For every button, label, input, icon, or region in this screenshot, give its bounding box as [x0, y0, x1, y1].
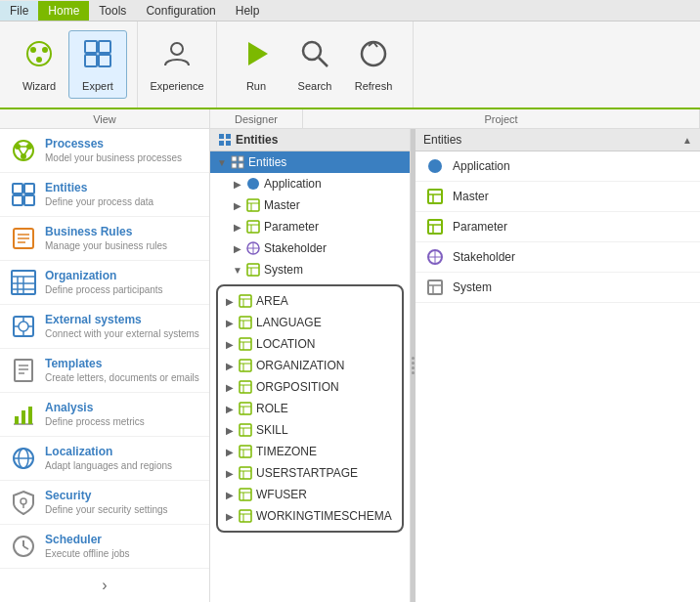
- tree-node-role[interactable]: ▶ ROLE: [222, 398, 398, 419]
- timezone-expand[interactable]: ▶: [222, 444, 238, 459]
- tree-node-location[interactable]: ▶ LOCATION: [222, 333, 398, 355]
- svg-rect-103: [240, 489, 251, 500]
- sidebar-item-processes[interactable]: Processes Model your business processes: [0, 129, 209, 173]
- expert-button[interactable]: Expert: [68, 30, 127, 99]
- tree-node-skill[interactable]: ▶ SKILL: [222, 419, 398, 441]
- tree-node-master[interactable]: ▶ Master: [210, 194, 410, 216]
- wfuser-expand[interactable]: ▶: [222, 487, 238, 502]
- master-expand[interactable]: ▶: [230, 197, 245, 213]
- application-node-icon: [245, 176, 261, 192]
- business-rules-icon: [10, 225, 37, 252]
- role-node-label: ROLE: [256, 402, 288, 415]
- timezone-node-icon: [238, 444, 253, 459]
- search-button[interactable]: Search: [285, 30, 344, 99]
- svg-rect-113: [428, 220, 442, 234]
- userstartpage-expand[interactable]: ▶: [222, 465, 238, 481]
- tree-node-application[interactable]: ▶ Application: [210, 173, 410, 194]
- experience-button[interactable]: Experience: [148, 30, 206, 99]
- organization-title: Organization: [45, 269, 163, 282]
- entities-expand[interactable]: ▼: [214, 154, 230, 170]
- sidebar-item-templates[interactable]: Templates Create letters, documents or e…: [0, 349, 209, 393]
- localization-icon: [10, 445, 37, 472]
- business-rules-desc: Manage your business rules: [45, 240, 167, 251]
- right-item-system[interactable]: System: [416, 273, 700, 303]
- location-expand[interactable]: ▶: [222, 336, 238, 352]
- search-icon: [299, 38, 330, 76]
- wizard-button[interactable]: Wizard: [10, 30, 68, 99]
- right-item-stakeholder[interactable]: Stakeholder: [416, 242, 700, 273]
- svg-point-63: [247, 178, 259, 190]
- svg-rect-20: [24, 184, 34, 194]
- menu-home[interactable]: Home: [38, 1, 89, 21]
- tree-node-timezone[interactable]: ▶ TIMEZONE: [222, 441, 398, 462]
- language-expand[interactable]: ▶: [222, 315, 238, 330]
- system-expand[interactable]: ▼: [230, 262, 245, 278]
- organization-desc: Define process participants: [45, 284, 163, 295]
- svg-rect-76: [240, 295, 251, 307]
- tree-node-language[interactable]: ▶ LANGUAGE: [222, 312, 398, 333]
- sidebar-item-business-rules[interactable]: Business Rules Manage your business rule…: [0, 217, 209, 261]
- sidebar-item-entities[interactable]: Entities Define your process data: [0, 173, 209, 217]
- svg-rect-91: [240, 403, 251, 414]
- menu-file[interactable]: File: [0, 1, 38, 21]
- run-button[interactable]: Run: [227, 30, 285, 99]
- svg-rect-85: [240, 360, 251, 371]
- menu-bar: File Home Tools Configuration Help: [0, 0, 700, 22]
- svg-rect-110: [428, 190, 442, 203]
- sidebar-more-button[interactable]: ›: [0, 569, 209, 602]
- userstartpage-node-icon: [238, 465, 253, 481]
- stakeholder-expand[interactable]: ▶: [230, 240, 245, 256]
- menu-tools[interactable]: Tools: [89, 1, 136, 21]
- svg-rect-82: [240, 338, 251, 350]
- tree-node-parameter[interactable]: ▶ Parameter: [210, 216, 410, 237]
- sidebar-item-scheduler[interactable]: Scheduler Execute offline jobs: [0, 525, 209, 569]
- sidebar-item-security[interactable]: Security Define your security settings: [0, 481, 209, 525]
- tree-node-orgposition[interactable]: ▶ ORGPOSITION: [222, 376, 398, 398]
- toolbar-project-group: Run Search Refresh: [217, 22, 414, 108]
- role-expand[interactable]: ▶: [222, 401, 238, 416]
- refresh-button[interactable]: Refresh: [344, 30, 403, 99]
- organization-expand[interactable]: ▶: [222, 358, 238, 373]
- right-item-master[interactable]: Master: [416, 182, 700, 212]
- right-item-application[interactable]: Application: [416, 151, 700, 182]
- tree-node-wfuser[interactable]: ▶ WFUSER: [222, 484, 398, 505]
- right-item-parameter[interactable]: Parameter: [416, 212, 700, 242]
- right-panel-collapse[interactable]: ▲: [682, 135, 692, 146]
- svg-point-1: [30, 47, 36, 53]
- parameter-expand[interactable]: ▶: [230, 219, 245, 235]
- sidebar-item-localization[interactable]: Localization Adapt languages and regions: [0, 437, 209, 481]
- tree-node-area[interactable]: ▶ AREA: [222, 290, 398, 312]
- experience-icon: [161, 38, 193, 76]
- wizard-label: Wizard: [22, 80, 56, 92]
- orgposition-expand[interactable]: ▶: [222, 379, 238, 395]
- tree-panel: Entities ▼ Entities ▶ App: [210, 129, 411, 602]
- right-parameter-icon: [425, 217, 445, 236]
- skill-expand[interactable]: ▶: [222, 422, 238, 438]
- sidebar-item-analysis[interactable]: Analysis Define process metrics: [0, 393, 209, 437]
- application-expand[interactable]: ▶: [230, 176, 245, 192]
- tree-node-system[interactable]: ▼ System: [210, 259, 410, 280]
- tree-node-entities[interactable]: ▼ Entities: [210, 151, 410, 173]
- timezone-node-label: TIMEZONE: [256, 445, 317, 458]
- right-system-label: System: [453, 280, 492, 294]
- business-rules-title: Business Rules: [45, 225, 167, 238]
- sidebar-more-icon: ›: [102, 577, 107, 594]
- sidebar-item-organization[interactable]: Organization Define process participants: [0, 261, 209, 305]
- system-group: ▶ AREA ▶: [216, 284, 404, 533]
- svg-rect-97: [240, 446, 251, 457]
- tree-node-workingtimeschema[interactable]: ▶ WORKINGTIMESCHEMA: [222, 505, 398, 527]
- tree-node-organization[interactable]: ▶ ORGANIZATION: [222, 355, 398, 376]
- workingtimeschema-expand[interactable]: ▶: [222, 508, 238, 524]
- area-expand[interactable]: ▶: [222, 293, 238, 309]
- svg-point-2: [42, 47, 48, 53]
- processes-title: Processes: [45, 137, 182, 150]
- tree-node-stakeholder[interactable]: ▶ Stakeholder: [210, 237, 410, 259]
- menu-configuration[interactable]: Configuration: [136, 1, 225, 21]
- svg-point-34: [19, 322, 28, 331]
- expert-label: Expert: [82, 80, 113, 92]
- menu-help[interactable]: Help: [226, 1, 270, 21]
- tree-node-userstartpage[interactable]: ▶ USERSTARTPAGE: [222, 462, 398, 484]
- sidebar-item-external-systems[interactable]: External systems Connect with your exter…: [0, 305, 209, 349]
- right-parameter-label: Parameter: [453, 220, 507, 234]
- right-application-label: Application: [453, 159, 510, 173]
